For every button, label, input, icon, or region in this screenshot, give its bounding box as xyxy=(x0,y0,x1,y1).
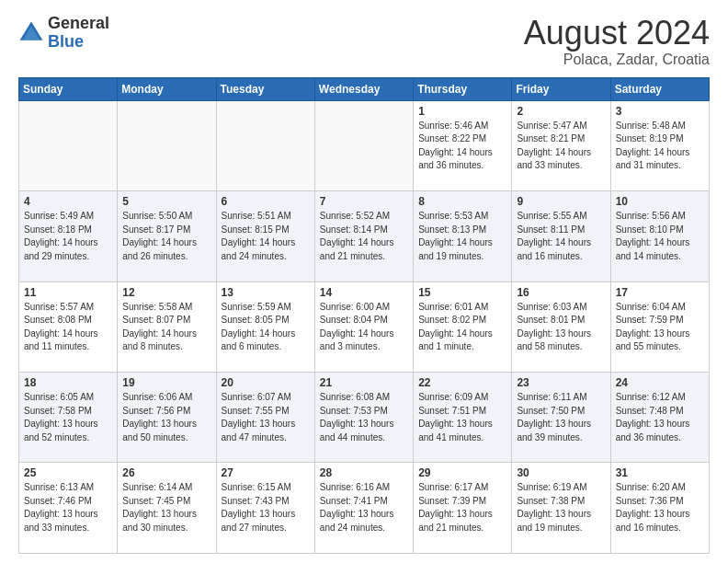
day-number: 1 xyxy=(418,105,506,118)
day-info: Sunrise: 5:48 AM Sunset: 8:19 PM Dayligh… xyxy=(616,120,704,173)
table-row: 16Sunrise: 6:03 AM Sunset: 8:01 PM Dayli… xyxy=(512,282,610,372)
table-row: 23Sunrise: 6:11 AM Sunset: 7:50 PM Dayli… xyxy=(512,373,610,463)
day-number: 17 xyxy=(616,286,704,299)
day-number: 6 xyxy=(222,195,310,208)
table-row: 11Sunrise: 5:57 AM Sunset: 8:08 PM Dayli… xyxy=(19,282,118,372)
day-number: 30 xyxy=(517,466,605,479)
table-row: 13Sunrise: 5:59 AM Sunset: 8:05 PM Dayli… xyxy=(216,282,314,372)
day-info: Sunrise: 6:08 AM Sunset: 7:53 PM Dayligh… xyxy=(320,391,408,444)
table-row: 9Sunrise: 5:55 AM Sunset: 8:11 PM Daylig… xyxy=(512,191,610,282)
col-saturday: Saturday xyxy=(610,77,709,100)
day-number: 15 xyxy=(418,286,506,299)
day-info: Sunrise: 6:03 AM Sunset: 8:01 PM Dayligh… xyxy=(517,301,605,354)
table-row: 26Sunrise: 6:14 AM Sunset: 7:45 PM Dayli… xyxy=(118,463,216,554)
table-row: 25Sunrise: 6:13 AM Sunset: 7:46 PM Dayli… xyxy=(19,463,118,554)
day-number: 5 xyxy=(122,195,210,208)
day-info: Sunrise: 6:15 AM Sunset: 7:43 PM Dayligh… xyxy=(222,481,310,534)
day-info: Sunrise: 5:50 AM Sunset: 8:17 PM Dayligh… xyxy=(122,210,210,263)
day-info: Sunrise: 5:56 AM Sunset: 8:10 PM Dayligh… xyxy=(616,210,704,263)
day-number: 29 xyxy=(418,466,506,479)
col-tuesday: Tuesday xyxy=(216,77,314,100)
table-row: 4Sunrise: 5:49 AM Sunset: 8:18 PM Daylig… xyxy=(19,191,118,282)
table-row: 6Sunrise: 5:51 AM Sunset: 8:15 PM Daylig… xyxy=(216,191,314,282)
day-number: 21 xyxy=(320,376,408,389)
table-row: 31Sunrise: 6:20 AM Sunset: 7:36 PM Dayli… xyxy=(610,463,709,554)
day-number: 18 xyxy=(24,376,112,389)
day-info: Sunrise: 6:07 AM Sunset: 7:55 PM Dayligh… xyxy=(222,391,310,444)
day-number: 16 xyxy=(517,286,605,299)
col-thursday: Thursday xyxy=(414,77,512,100)
day-info: Sunrise: 5:47 AM Sunset: 8:21 PM Dayligh… xyxy=(517,120,605,173)
day-info: Sunrise: 6:14 AM Sunset: 7:45 PM Dayligh… xyxy=(122,481,210,534)
calendar-week-row: 4Sunrise: 5:49 AM Sunset: 8:18 PM Daylig… xyxy=(19,191,710,282)
table-row: 30Sunrise: 6:19 AM Sunset: 7:38 PM Dayli… xyxy=(512,463,610,554)
table-row: 7Sunrise: 5:52 AM Sunset: 8:14 PM Daylig… xyxy=(314,191,413,282)
page: General Blue August 2024 Polaca, Zadar, … xyxy=(0,0,728,563)
logo: General Blue xyxy=(18,15,109,52)
table-row: 10Sunrise: 5:56 AM Sunset: 8:10 PM Dayli… xyxy=(610,191,709,282)
day-number: 9 xyxy=(517,195,605,208)
day-number: 7 xyxy=(320,195,408,208)
day-info: Sunrise: 5:59 AM Sunset: 8:05 PM Dayligh… xyxy=(222,301,310,354)
day-number: 28 xyxy=(320,466,408,479)
table-row: 12Sunrise: 5:58 AM Sunset: 8:07 PM Dayli… xyxy=(118,282,216,372)
day-info: Sunrise: 6:04 AM Sunset: 7:59 PM Dayligh… xyxy=(616,301,704,354)
table-row: 14Sunrise: 6:00 AM Sunset: 8:04 PM Dayli… xyxy=(314,282,413,372)
logo-blue: Blue xyxy=(48,33,109,52)
day-info: Sunrise: 5:51 AM Sunset: 8:15 PM Dayligh… xyxy=(222,210,310,263)
day-info: Sunrise: 6:06 AM Sunset: 7:56 PM Dayligh… xyxy=(122,391,210,444)
table-row xyxy=(216,100,314,190)
day-info: Sunrise: 5:53 AM Sunset: 8:13 PM Dayligh… xyxy=(418,210,506,263)
table-row: 21Sunrise: 6:08 AM Sunset: 7:53 PM Dayli… xyxy=(314,373,413,463)
calendar-week-row: 1Sunrise: 5:46 AM Sunset: 8:22 PM Daylig… xyxy=(19,100,710,190)
title-block: August 2024 Polaca, Zadar, Croatia xyxy=(524,15,710,68)
calendar-header-row: Sunday Monday Tuesday Wednesday Thursday… xyxy=(19,77,710,100)
table-row: 29Sunrise: 6:17 AM Sunset: 7:39 PM Dayli… xyxy=(414,463,512,554)
col-wednesday: Wednesday xyxy=(314,77,413,100)
day-info: Sunrise: 6:05 AM Sunset: 7:58 PM Dayligh… xyxy=(24,391,112,444)
day-info: Sunrise: 5:46 AM Sunset: 8:22 PM Dayligh… xyxy=(418,120,506,173)
day-number: 8 xyxy=(418,195,506,208)
table-row: 3Sunrise: 5:48 AM Sunset: 8:19 PM Daylig… xyxy=(610,100,709,190)
table-row: 19Sunrise: 6:06 AM Sunset: 7:56 PM Dayli… xyxy=(118,373,216,463)
day-number: 4 xyxy=(24,195,112,208)
day-number: 23 xyxy=(517,376,605,389)
col-monday: Monday xyxy=(118,77,216,100)
day-info: Sunrise: 5:57 AM Sunset: 8:08 PM Dayligh… xyxy=(24,301,112,354)
col-friday: Friday xyxy=(512,77,610,100)
day-number: 22 xyxy=(418,376,506,389)
calendar-week-row: 18Sunrise: 6:05 AM Sunset: 7:58 PM Dayli… xyxy=(19,373,710,463)
logo-text: General Blue xyxy=(48,15,109,52)
table-row: 15Sunrise: 6:01 AM Sunset: 8:02 PM Dayli… xyxy=(414,282,512,372)
day-number: 11 xyxy=(24,286,112,299)
table-row: 1Sunrise: 5:46 AM Sunset: 8:22 PM Daylig… xyxy=(414,100,512,190)
main-title: August 2024 xyxy=(524,15,710,52)
day-number: 20 xyxy=(222,376,310,389)
table-row: 24Sunrise: 6:12 AM Sunset: 7:48 PM Dayli… xyxy=(610,373,709,463)
day-info: Sunrise: 6:19 AM Sunset: 7:38 PM Dayligh… xyxy=(517,481,605,534)
day-info: Sunrise: 6:00 AM Sunset: 8:04 PM Dayligh… xyxy=(320,301,408,354)
table-row xyxy=(19,100,118,190)
subtitle: Polaca, Zadar, Croatia xyxy=(524,52,710,68)
logo-icon xyxy=(18,20,44,46)
day-number: 12 xyxy=(122,286,210,299)
table-row: 5Sunrise: 5:50 AM Sunset: 8:17 PM Daylig… xyxy=(118,191,216,282)
day-number: 27 xyxy=(222,466,310,479)
calendar-week-row: 25Sunrise: 6:13 AM Sunset: 7:46 PM Dayli… xyxy=(19,463,710,554)
table-row: 17Sunrise: 6:04 AM Sunset: 7:59 PM Dayli… xyxy=(610,282,709,372)
day-number: 10 xyxy=(616,195,704,208)
col-sunday: Sunday xyxy=(19,77,118,100)
table-row: 2Sunrise: 5:47 AM Sunset: 8:21 PM Daylig… xyxy=(512,100,610,190)
day-info: Sunrise: 6:01 AM Sunset: 8:02 PM Dayligh… xyxy=(418,301,506,354)
day-info: Sunrise: 5:55 AM Sunset: 8:11 PM Dayligh… xyxy=(517,210,605,263)
day-info: Sunrise: 5:58 AM Sunset: 8:07 PM Dayligh… xyxy=(122,301,210,354)
day-number: 31 xyxy=(616,466,704,479)
day-number: 3 xyxy=(616,105,704,118)
day-number: 25 xyxy=(24,466,112,479)
table-row: 22Sunrise: 6:09 AM Sunset: 7:51 PM Dayli… xyxy=(414,373,512,463)
header: General Blue August 2024 Polaca, Zadar, … xyxy=(18,15,710,68)
day-info: Sunrise: 6:12 AM Sunset: 7:48 PM Dayligh… xyxy=(616,391,704,444)
table-row: 20Sunrise: 6:07 AM Sunset: 7:55 PM Dayli… xyxy=(216,373,314,463)
day-info: Sunrise: 6:11 AM Sunset: 7:50 PM Dayligh… xyxy=(517,391,605,444)
table-row: 18Sunrise: 6:05 AM Sunset: 7:58 PM Dayli… xyxy=(19,373,118,463)
